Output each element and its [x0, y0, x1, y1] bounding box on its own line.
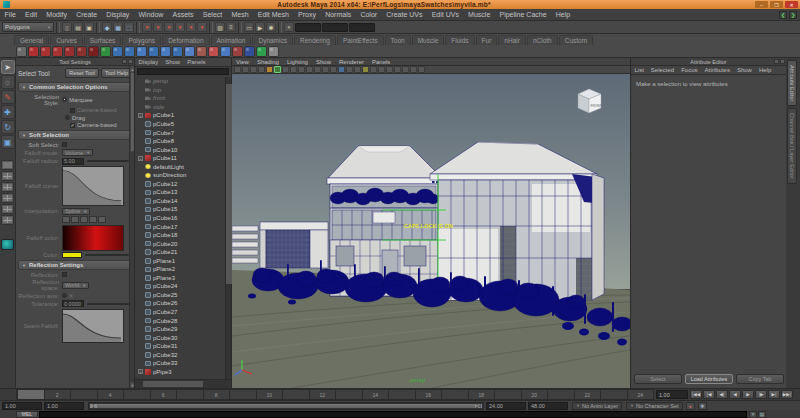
dock-icon[interactable]	[122, 59, 127, 64]
outliner-item[interactable]: + pCube14	[135, 197, 226, 206]
character-set-dropdown[interactable]: ▼ No Character Set	[626, 402, 682, 410]
interpolation-dropdown[interactable]: Spline ▼	[62, 208, 90, 215]
frame-tick[interactable]: 16	[415, 390, 442, 399]
animation-preferences-icon[interactable]: ✱	[698, 402, 707, 410]
isolate-select-icon[interactable]	[410, 66, 417, 73]
scale-tool-icon[interactable]: ▣	[1, 135, 15, 149]
outliner-item[interactable]: + pCube10	[135, 145, 226, 154]
coordinate-input-field[interactable]	[349, 23, 375, 32]
bookmark-icon[interactable]	[258, 66, 265, 73]
anim-layer-dropdown[interactable]: ▼ No Anim Layer	[572, 402, 622, 410]
menu-item[interactable]: Create	[72, 11, 102, 18]
outliner-item[interactable]: + persp	[135, 77, 226, 86]
use-all-lights-icon[interactable]	[362, 66, 369, 73]
file-op-icon[interactable]: ▣	[84, 22, 94, 32]
menu-item[interactable]: Proxy	[293, 11, 320, 18]
shelf-tool-icon[interactable]	[112, 46, 123, 57]
seam-falloff-curve-widget[interactable]	[62, 309, 124, 343]
shelf-tab[interactable]: PaintEffects	[337, 35, 384, 45]
frame-tick[interactable]	[547, 390, 574, 399]
color-slider[interactable]	[85, 254, 129, 256]
shelf-tool-icon[interactable]	[172, 46, 183, 57]
frame-tick[interactable]	[123, 390, 150, 399]
outliner-item[interactable]: + pCube20	[135, 239, 226, 248]
falloff-radius-slider[interactable]	[87, 160, 129, 162]
shelf-tab[interactable]: nCloth	[527, 35, 558, 45]
snap-icon[interactable]: ●	[175, 22, 185, 32]
command-history-icon[interactable]: ≡	[749, 411, 757, 418]
playback-button[interactable]: ◀|	[716, 390, 728, 399]
viewport-menu-item[interactable]: Lighting	[283, 59, 312, 65]
shelf-tool-icon[interactable]	[136, 46, 147, 57]
attribute-editor-menu-item[interactable]: Help	[755, 67, 774, 73]
lock-camera-icon[interactable]	[242, 66, 249, 73]
section-common-selection-options[interactable]: ▼ Common Selection Options	[18, 82, 132, 92]
shelf-tool-icon[interactable]	[148, 46, 159, 57]
menu-item[interactable]: Assets	[168, 11, 198, 18]
falloff-color-ramp[interactable]	[62, 225, 124, 251]
menu-item[interactable]: Pipeline Cache	[495, 11, 551, 18]
frame-tick[interactable]: 8	[203, 390, 230, 399]
shelf-tool-icon[interactable]	[88, 46, 99, 57]
playback-button[interactable]: ◀	[729, 390, 741, 399]
gate-mask-icon[interactable]	[298, 66, 305, 73]
frame-tick[interactable]	[335, 390, 362, 399]
menu-item[interactable]: Normals	[321, 11, 356, 18]
divider[interactable]	[56, 22, 60, 33]
menu-item[interactable]: Display	[102, 11, 134, 18]
resolution-gate-icon[interactable]	[290, 66, 297, 73]
frame-tick[interactable]	[176, 390, 203, 399]
maximize-button[interactable]: ❐	[770, 1, 783, 8]
playback-button[interactable]: |◀	[703, 390, 715, 399]
snap-icon[interactable]: ●	[197, 22, 207, 32]
shadows-icon[interactable]	[370, 66, 377, 73]
frame-tick[interactable]: 10	[256, 390, 283, 399]
outliner-item[interactable]: + front	[135, 94, 226, 103]
layout-four-pane-button[interactable]	[1, 171, 14, 181]
camera-based-checkbox[interactable]: ✓	[70, 123, 75, 128]
frame-tick[interactable]	[17, 390, 44, 399]
divider[interactable]	[238, 22, 242, 33]
outliner-menu-item[interactable]: Panels	[184, 59, 209, 65]
frame-tick[interactable]	[441, 390, 468, 399]
attribute-editor-title[interactable]: Attribute Editor	[631, 58, 786, 66]
frame-tick[interactable]: 14	[362, 390, 389, 399]
shelf-tab[interactable]: Fluids	[445, 35, 474, 45]
falloff-curve-widget[interactable]	[62, 166, 124, 206]
outliner-item[interactable]: + pCube32	[135, 351, 226, 360]
shaded-icon[interactable]	[338, 66, 345, 73]
outliner-horizontal-scrollbar[interactable]	[135, 379, 231, 388]
reflection-checkbox[interactable]	[62, 272, 67, 277]
history-icon[interactable]: ▧	[215, 22, 225, 32]
tool-settings-title[interactable]: Tool Settings	[16, 58, 134, 66]
frame-tick[interactable]: 2	[44, 390, 71, 399]
tool-settings-scrollbar[interactable]: ▲ ▼	[129, 66, 134, 388]
safe-title-icon[interactable]	[322, 66, 329, 73]
falloff-radius-field[interactable]: 5.00	[62, 158, 84, 165]
viewport-menu-item[interactable]: Show	[312, 59, 335, 65]
textured-icon[interactable]	[346, 66, 353, 73]
divider[interactable]	[209, 22, 213, 33]
menu-item[interactable]: Color	[356, 11, 382, 18]
shelf-tool-icon[interactable]	[184, 46, 195, 57]
outliner-item[interactable]: + pCube27	[135, 308, 226, 317]
curve-preset-button[interactable]	[80, 216, 88, 223]
playback-button[interactable]: ▶▶|	[781, 390, 793, 399]
playback-button[interactable]: |▶	[755, 390, 767, 399]
shelf-tab[interactable]: Polygons	[122, 35, 161, 45]
divider[interactable]	[278, 22, 282, 33]
select-tool-icon[interactable]: ➤	[1, 60, 15, 74]
animation-end-field[interactable]: 48.00	[528, 402, 568, 410]
playback-start-field[interactable]: 1.00	[44, 402, 84, 410]
outliner-item[interactable]: + pCube26	[135, 299, 226, 308]
view-grid-icon[interactable]	[274, 66, 281, 73]
command-input[interactable]	[39, 411, 747, 418]
menu-item[interactable]: Muscle	[464, 11, 495, 18]
shelf-tab[interactable]: Fur	[476, 35, 498, 45]
load-attributes-button[interactable]: Load Attributes	[685, 374, 733, 384]
curve-preset-button[interactable]	[89, 216, 97, 223]
expand-icon[interactable]: +	[138, 113, 143, 118]
shelf-tool-icon[interactable]	[220, 46, 231, 57]
outliner-item[interactable]: + pCube31	[135, 342, 226, 351]
frame-tick[interactable]	[600, 390, 627, 399]
